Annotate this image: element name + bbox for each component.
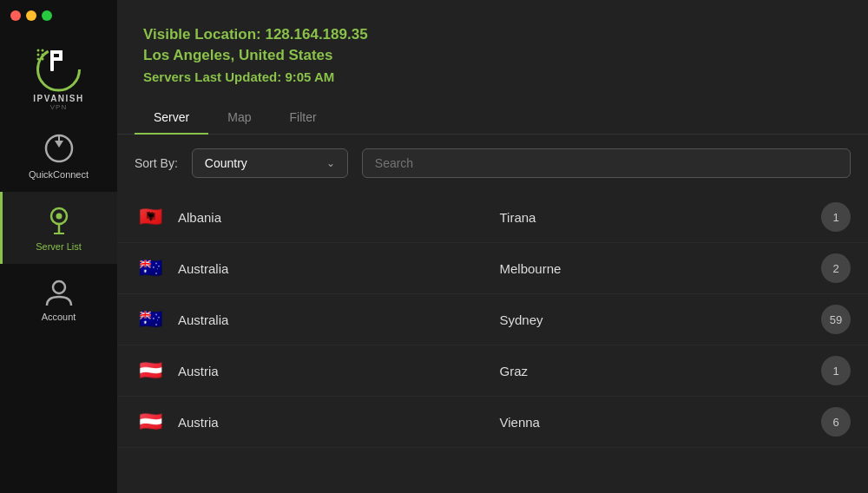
svg-point-0 xyxy=(38,49,80,90)
svg-point-5 xyxy=(37,58,40,61)
tab-filter[interactable]: Filter xyxy=(270,102,335,135)
sort-dropdown-value: Country xyxy=(205,156,247,170)
server-list: 🇦🇱AlbaniaTirana1🇦🇺AustraliaMelbourne2🇦🇺A… xyxy=(117,192,868,493)
location-city-text: Los Angeles, United States xyxy=(143,47,842,64)
minimize-button[interactable] xyxy=(26,10,36,21)
quickconnect-label: QuickConnect xyxy=(29,169,89,180)
nav-items: QuickConnect Server List Account xyxy=(0,120,117,493)
tabs-row: Server Map Filter xyxy=(117,102,868,135)
table-row[interactable]: 🇦🇹AustriaGraz1 xyxy=(117,345,868,397)
country-name: Austria xyxy=(178,415,500,430)
header-section: Visible Location: 128.164.189.35 Los Ang… xyxy=(117,0,868,102)
country-name: Albania xyxy=(178,210,500,225)
visible-location-text: Visible Location: 128.164.189.35 xyxy=(143,26,842,43)
country-flag: 🇦🇹 xyxy=(135,359,166,382)
country-name: Australia xyxy=(178,312,500,327)
search-input[interactable] xyxy=(375,156,838,170)
server-count-badge: 1 xyxy=(821,202,851,232)
tab-map[interactable]: Map xyxy=(208,102,270,135)
sidebar-item-serverlist[interactable]: Server List xyxy=(0,192,117,264)
city-name: Melbourne xyxy=(500,261,822,276)
sidebar-item-account[interactable]: Account xyxy=(0,264,117,334)
table-row[interactable]: 🇦🇹AustriaVienna6 xyxy=(117,397,868,448)
account-label: Account xyxy=(42,312,76,322)
server-count-badge: 2 xyxy=(821,253,851,283)
maximize-button[interactable] xyxy=(42,10,52,21)
sort-dropdown[interactable]: Country ⌄ xyxy=(192,148,348,178)
quickconnect-icon xyxy=(43,132,76,165)
server-count-badge: 6 xyxy=(821,407,851,437)
tab-server[interactable]: Server xyxy=(135,102,208,135)
sidebar: IPVANISH VPN QuickConnect Server List xyxy=(0,0,117,493)
svg-point-15 xyxy=(56,214,62,220)
search-input-wrapper[interactable] xyxy=(362,148,851,178)
country-name: Australia xyxy=(178,261,500,276)
svg-point-10 xyxy=(42,49,44,52)
server-count-badge: 59 xyxy=(821,305,851,334)
table-row[interactable]: 🇦🇺AustraliaSydney59 xyxy=(117,294,868,345)
logo-sub: VPN xyxy=(50,103,67,111)
logo-text: IPVANISH xyxy=(33,94,84,103)
svg-rect-4 xyxy=(50,57,62,61)
serverlist-icon xyxy=(45,204,73,237)
country-flag: 🇦🇺 xyxy=(135,308,166,331)
table-row[interactable]: 🇦🇱AlbaniaTirana1 xyxy=(117,192,868,243)
ipvanish-logo xyxy=(26,33,91,98)
sidebar-item-quickconnect[interactable]: QuickConnect xyxy=(0,120,117,192)
main-content: Visible Location: 128.164.189.35 Los Ang… xyxy=(117,0,868,493)
country-name: Austria xyxy=(178,364,500,378)
svg-marker-13 xyxy=(55,141,63,148)
country-flag: 🇦🇱 xyxy=(135,206,166,228)
servers-updated-text: Servers Last Updated: 9:05 AM xyxy=(143,69,842,84)
sort-by-label: Sort By: xyxy=(135,156,178,170)
server-count-badge: 1 xyxy=(821,356,851,385)
serverlist-label: Server List xyxy=(36,241,82,252)
logo-area: IPVANISH VPN xyxy=(26,33,91,111)
svg-point-18 xyxy=(53,281,65,293)
city-name: Tirana xyxy=(500,210,822,225)
country-flag: 🇦🇺 xyxy=(135,257,166,279)
traffic-lights xyxy=(10,10,52,21)
table-row[interactable]: 🇦🇺AustraliaMelbourne2 xyxy=(117,243,868,294)
close-button[interactable] xyxy=(10,10,21,21)
chevron-down-icon: ⌄ xyxy=(326,157,335,169)
svg-point-9 xyxy=(37,49,40,52)
city-name: Sydney xyxy=(500,312,822,327)
svg-point-8 xyxy=(42,54,44,56)
svg-point-7 xyxy=(37,54,40,56)
country-flag: 🇦🇹 xyxy=(135,411,166,433)
controls-row: Sort By: Country ⌄ xyxy=(117,135,868,192)
city-name: Vienna xyxy=(500,415,822,430)
account-icon xyxy=(43,276,75,307)
svg-point-6 xyxy=(42,58,44,61)
city-name: Graz xyxy=(500,364,822,378)
